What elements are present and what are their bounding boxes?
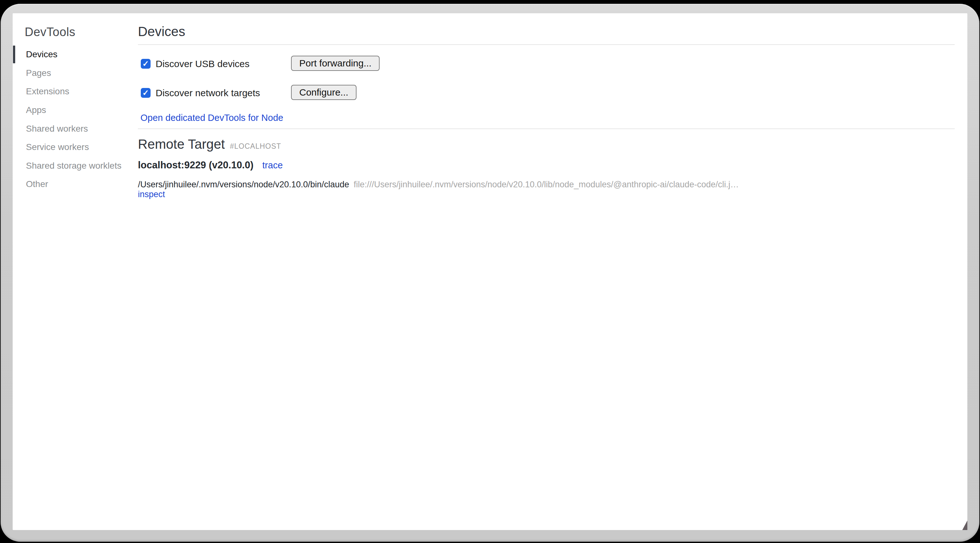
sidebar-item-service-workers[interactable]: Service workers	[13, 138, 139, 157]
localhost-tag: #LOCALHOST	[230, 142, 281, 150]
check-icon: ✓	[142, 89, 149, 97]
section-divider	[138, 44, 955, 45]
port-forwarding-button[interactable]: Port forwarding...	[291, 56, 380, 71]
target-name: localhost:9229 (v20.10.0)	[138, 159, 253, 170]
sidebar-item-devices[interactable]: Devices	[13, 45, 139, 64]
sidebar-item-shared-workers[interactable]: Shared workers	[13, 119, 139, 138]
sidebar-item-label: Apps	[26, 105, 46, 115]
sidebar-item-pages[interactable]: Pages	[13, 64, 139, 83]
inspect-link[interactable]: inspect	[138, 189, 165, 199]
configure-button[interactable]: Configure...	[291, 85, 356, 100]
sidebar-item-label: Service workers	[26, 142, 89, 152]
sidebar-nav: Devices Pages Extensions Apps Shared wor…	[13, 45, 139, 194]
remote-target-heading: Remote Target#LOCALHOST	[138, 137, 281, 152]
trace-link[interactable]: trace	[262, 160, 283, 170]
sidebar-item-shared-storage-worklets[interactable]: Shared storage worklets	[13, 157, 139, 175]
sidebar-item-label: Shared storage worklets	[26, 161, 121, 171]
sidebar-item-other[interactable]: Other	[13, 175, 139, 194]
devtools-title: DevTools	[25, 25, 75, 39]
inspect-page: DevTools Devices Pages Extensions Apps S…	[13, 13, 967, 530]
selected-indicator-bar	[13, 46, 15, 63]
sidebar-item-extensions[interactable]: Extensions	[13, 82, 139, 101]
sidebar-item-label: Shared workers	[26, 124, 88, 134]
discover-network-checkbox[interactable]: ✓	[141, 88, 151, 98]
sidebar-item-label: Devices	[26, 49, 57, 59]
section-divider	[138, 129, 955, 129]
page-title: Devices	[138, 24, 185, 39]
sidebar-item-apps[interactable]: Apps	[13, 101, 139, 119]
target-detail-row: /Users/jinhuilee/.nvm/versions/node/v20.…	[138, 180, 739, 189]
process-path: /Users/jinhuilee/.nvm/versions/node/v20.…	[138, 180, 349, 189]
open-node-devtools-link[interactable]: Open dedicated DevTools for Node	[140, 113, 283, 123]
discover-network-label[interactable]: Discover network targets	[156, 88, 260, 98]
screenshot-root: { "window": { "bezel_color": "#cbcbcb", …	[0, 0, 980, 543]
sidebar-item-label: Extensions	[26, 86, 69, 97]
sidebar-item-label: Pages	[26, 68, 51, 78]
sidebar-item-label: Other	[26, 179, 48, 189]
remote-target-row: localhost:9229 (v20.10.0)trace	[138, 159, 283, 171]
discover-usb-label[interactable]: Discover USB devices	[156, 59, 250, 69]
module-url: file:///Users/jinhuilee/.nvm/versions/no…	[354, 180, 739, 189]
remote-target-title: Remote Target	[138, 137, 225, 151]
cursor-artifact	[962, 521, 967, 530]
discover-usb-checkbox[interactable]: ✓	[141, 59, 151, 68]
check-icon: ✓	[142, 60, 149, 68]
